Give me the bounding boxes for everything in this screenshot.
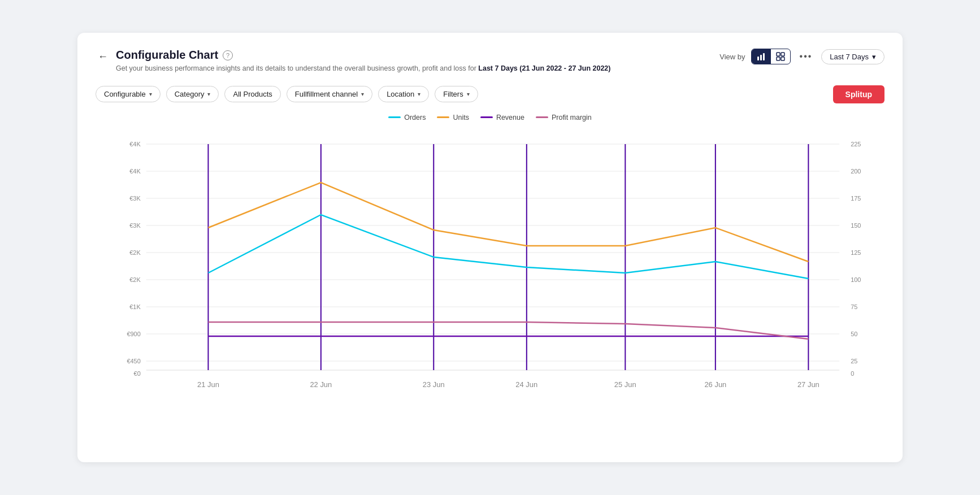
svg-rect-6 bbox=[781, 57, 784, 60]
chevron-down-icon: ▾ bbox=[467, 91, 470, 97]
svg-text:€1K: €1K bbox=[129, 303, 141, 310]
date-label: Last 7 Days bbox=[830, 53, 869, 61]
svg-text:€2K: €2K bbox=[129, 249, 141, 255]
filter-location-label: Location bbox=[387, 90, 414, 98]
title-row: Configurable Chart ? bbox=[116, 49, 610, 62]
title-block: Configurable Chart ? Get your business p… bbox=[116, 49, 610, 74]
svg-text:€2K: €2K bbox=[129, 276, 141, 283]
svg-text:24 Jun: 24 Jun bbox=[515, 380, 537, 388]
filter-filters[interactable]: Filters ▾ bbox=[435, 86, 478, 102]
svg-rect-1 bbox=[760, 55, 762, 60]
chart-area: €4K €4K €3K €3K €2K €2K €1K €900 €450 €0… bbox=[96, 127, 884, 398]
main-card: ← Configurable Chart ? Get your business… bbox=[77, 33, 903, 462]
chart-svg: €4K €4K €3K €3K €2K €2K €1K €900 €450 €0… bbox=[96, 127, 884, 398]
filter-fulfillment-label: Fullfillment channel bbox=[295, 90, 358, 98]
date-range-button[interactable]: Last 7 Days ▾ bbox=[821, 49, 884, 64]
units-legend-label: Units bbox=[453, 114, 469, 121]
svg-text:0: 0 bbox=[851, 370, 854, 376]
subtitle-prefix: Get your business performance insights a… bbox=[116, 64, 478, 72]
svg-text:225: 225 bbox=[851, 140, 861, 147]
svg-text:150: 150 bbox=[851, 222, 861, 228]
svg-text:26 Jun: 26 Jun bbox=[704, 380, 726, 388]
svg-text:€4K: €4K bbox=[129, 167, 141, 174]
header: ← Configurable Chart ? Get your business… bbox=[96, 49, 884, 74]
svg-text:175: 175 bbox=[851, 194, 861, 201]
chevron-down-icon: ▾ bbox=[207, 91, 210, 97]
profit-margin-legend-label: Profit margin bbox=[552, 114, 592, 121]
svg-text:75: 75 bbox=[851, 303, 857, 310]
svg-rect-0 bbox=[757, 57, 759, 60]
chevron-down-icon: ▾ bbox=[418, 91, 420, 97]
svg-text:100: 100 bbox=[851, 276, 861, 283]
chevron-down-icon: ▾ bbox=[149, 91, 152, 97]
header-left: ← Configurable Chart ? Get your business… bbox=[96, 49, 610, 74]
page-title: Configurable Chart bbox=[116, 49, 218, 62]
svg-text:22 Jun: 22 Jun bbox=[310, 380, 332, 388]
svg-text:21 Jun: 21 Jun bbox=[197, 380, 219, 388]
svg-text:27 Jun: 27 Jun bbox=[797, 380, 819, 388]
filter-configurable-label: Configurable bbox=[104, 90, 146, 98]
back-button[interactable]: ← bbox=[96, 50, 110, 64]
svg-rect-2 bbox=[763, 53, 765, 60]
legend-profit-margin: Profit margin bbox=[536, 114, 592, 121]
svg-text:€3K: €3K bbox=[129, 222, 141, 228]
svg-rect-3 bbox=[777, 53, 780, 56]
svg-text:€450: €450 bbox=[127, 357, 140, 364]
svg-text:€0: €0 bbox=[134, 370, 141, 376]
chart-legend: Orders Units Revenue Profit margin bbox=[96, 114, 884, 121]
svg-text:50: 50 bbox=[851, 330, 857, 337]
view-by-label: View by bbox=[719, 53, 745, 61]
svg-rect-5 bbox=[777, 57, 780, 60]
svg-text:25: 25 bbox=[851, 357, 857, 364]
table-view-button[interactable] bbox=[771, 49, 790, 64]
orders-legend-label: Orders bbox=[404, 114, 426, 121]
filter-category-label: Category bbox=[175, 90, 205, 98]
help-icon[interactable]: ? bbox=[223, 50, 233, 60]
filter-filters-label: Filters bbox=[443, 90, 463, 98]
legend-orders: Orders bbox=[388, 114, 426, 121]
svg-rect-4 bbox=[781, 53, 784, 56]
svg-text:125: 125 bbox=[851, 249, 861, 255]
filters-row: Configurable ▾ Category ▾ All Products F… bbox=[96, 85, 884, 103]
legend-revenue: Revenue bbox=[480, 114, 524, 121]
filter-category[interactable]: Category ▾ bbox=[166, 86, 219, 102]
svg-text:€3K: €3K bbox=[129, 194, 141, 201]
units-legend-line bbox=[437, 116, 449, 118]
profit-margin-legend-line bbox=[536, 116, 548, 118]
revenue-legend-label: Revenue bbox=[496, 114, 524, 121]
chevron-down-icon: ▾ bbox=[361, 91, 364, 97]
svg-text:200: 200 bbox=[851, 167, 861, 174]
splitup-button[interactable]: Splitup bbox=[833, 85, 884, 103]
filter-all-products[interactable]: All Products bbox=[224, 86, 280, 102]
more-options-button[interactable]: ••• bbox=[796, 49, 816, 64]
svg-text:23 Jun: 23 Jun bbox=[423, 380, 445, 388]
legend-units: Units bbox=[437, 114, 469, 121]
svg-text:€4K: €4K bbox=[129, 140, 141, 147]
revenue-legend-line bbox=[480, 116, 493, 118]
subtitle: Get your business performance insights a… bbox=[116, 64, 610, 74]
svg-text:€900: €900 bbox=[127, 330, 140, 337]
header-right: View by • bbox=[719, 49, 884, 64]
svg-text:25 Jun: 25 Jun bbox=[614, 380, 636, 388]
filter-all-products-label: All Products bbox=[233, 90, 272, 98]
view-buttons bbox=[751, 49, 791, 64]
filter-fulfillment[interactable]: Fullfillment channel ▾ bbox=[287, 86, 372, 102]
chart-view-button[interactable] bbox=[752, 49, 771, 64]
orders-legend-line bbox=[388, 116, 401, 118]
filter-configurable[interactable]: Configurable ▾ bbox=[96, 86, 161, 102]
filter-location[interactable]: Location ▾ bbox=[378, 86, 429, 102]
date-chevron-icon: ▾ bbox=[872, 53, 876, 61]
subtitle-bold: Last 7 Days (21 Jun 2022 - 27 Jun 2022) bbox=[478, 64, 610, 72]
